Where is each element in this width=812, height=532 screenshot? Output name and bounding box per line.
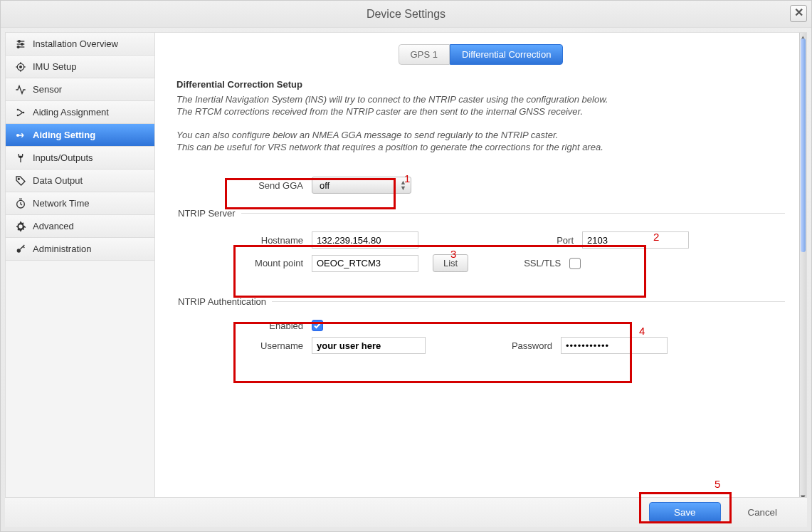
activity-icon	[13, 84, 28, 95]
username-label: Username	[233, 340, 312, 351]
footer: 5 Save Cancel	[5, 497, 807, 527]
sidebar-item-label: IMU Setup	[33, 61, 76, 72]
target-icon	[13, 61, 28, 73]
send-gga-select[interactable]: off ▲▼	[312, 177, 411, 194]
svg-point-14	[23, 111, 25, 113]
ntrip-auth-fieldset: NTRIP Authentication Enabled Username Pa…	[176, 296, 785, 364]
enabled-checkbox[interactable]	[312, 320, 323, 331]
sidebar-item-label: Data Output	[33, 175, 83, 186]
ssl-checkbox[interactable]	[569, 258, 581, 269]
sidebar-item-label: Advanced	[33, 221, 74, 231]
port-input[interactable]	[582, 231, 689, 249]
waypoint-icon	[13, 130, 28, 141]
svg-point-4	[21, 43, 23, 45]
close-button[interactable]: ✕	[790, 5, 807, 22]
tab-gps1[interactable]: GPS 1	[399, 44, 450, 65]
sidebar-item-label: Aiding Assignment	[33, 107, 109, 118]
window-title: Device Settings	[367, 8, 445, 20]
sidebar-item-inputs-outputs[interactable]: Inputs/Outputs	[6, 147, 154, 169]
svg-point-7	[20, 66, 22, 68]
scrollbar-thumb[interactable]	[801, 38, 806, 252]
key-icon	[13, 244, 28, 255]
sidebar-item-network-time[interactable]: Network Time	[6, 192, 154, 215]
sidebar-item-label: Administration	[33, 244, 91, 254]
port-label: Port	[525, 235, 582, 246]
body-area: Installation Overview IMU Setup Sensor A…	[5, 32, 807, 501]
enabled-label: Enabled	[233, 320, 312, 331]
svg-point-13	[17, 114, 19, 116]
ntrip-auth-legend: NTRIP Authentication	[176, 296, 272, 307]
save-button[interactable]: Save	[649, 502, 720, 523]
sidebar-item-data-output[interactable]: Data Output	[6, 169, 154, 192]
scrollbar[interactable]: ▴ ▾	[799, 33, 806, 501]
username-input[interactable]	[312, 337, 426, 354]
sidebar-item-advanced[interactable]: Advanced	[6, 215, 154, 238]
sliders-icon	[13, 38, 28, 50]
cancel-button[interactable]: Cancel	[735, 503, 791, 522]
list-button[interactable]: List	[433, 254, 468, 272]
spinner-icon: ▲▼	[400, 179, 406, 191]
mountpoint-label: Mount point	[233, 258, 312, 268]
hostname-input[interactable]	[312, 231, 418, 249]
sidebar-item-installation-overview[interactable]: Installation Overview	[6, 33, 154, 56]
svg-point-12	[17, 108, 19, 110]
sidebar-item-imu-setup[interactable]: IMU Setup	[6, 56, 154, 78]
hostname-label: Hostname	[233, 235, 312, 246]
content-panel: GPS 1 Differential Correction Differenti…	[155, 33, 806, 501]
svg-point-3	[19, 40, 21, 42]
send-gga-value: off	[320, 180, 329, 191]
password-label: Password	[497, 340, 561, 351]
sidebar-item-label: Sensor	[33, 84, 62, 95]
section-title: Differential Correction Setup	[176, 79, 785, 90]
mountpoint-input[interactable]	[312, 255, 418, 272]
plug-icon	[13, 152, 28, 164]
send-gga-label: Send GGA	[233, 180, 312, 191]
ntrip-server-fieldset: NTRIP Server Hostname Port Mount point L…	[176, 208, 785, 282]
sidebar-item-administration[interactable]: Administration	[6, 238, 154, 261]
gear-icon	[13, 221, 28, 232]
tabs: GPS 1 Differential Correction	[176, 44, 785, 65]
desc-line: This can be useful for VRS network that …	[176, 142, 785, 152]
sidebar-item-aiding-setting[interactable]: Aiding Setting	[6, 124, 154, 147]
desc-line: The RTCM corrections received from the N…	[176, 106, 785, 117]
sidebar-item-sensor[interactable]: Sensor	[6, 78, 154, 101]
sidebar: Installation Overview IMU Setup Sensor A…	[6, 33, 155, 501]
nodes-icon	[13, 107, 28, 118]
sidebar-item-label: Aiding Setting	[33, 130, 95, 140]
ssl-label: SSL/TLS	[512, 258, 569, 268]
desc-line: You can also configure below an NMEA GGA…	[176, 130, 785, 140]
svg-point-18	[17, 249, 21, 252]
sidebar-item-aiding-assignment[interactable]: Aiding Assignment	[6, 101, 154, 124]
tab-differential-correction[interactable]: Differential Correction	[450, 44, 563, 65]
sidebar-item-label: Network Time	[33, 198, 89, 209]
ntrip-server-legend: NTRIP Server	[176, 208, 241, 219]
password-input[interactable]	[561, 337, 668, 354]
check-icon	[313, 321, 322, 330]
svg-point-5	[17, 46, 19, 48]
desc-line: The Inertial Navigation System (INS) wil…	[176, 94, 785, 105]
svg-point-16	[18, 178, 19, 179]
tag-icon	[13, 175, 28, 187]
svg-point-15	[16, 134, 19, 137]
sidebar-item-label: Installation Overview	[33, 38, 118, 49]
clock-icon	[13, 198, 28, 209]
dialog-window: Device Settings ✕ Installation Overview …	[0, 0, 812, 532]
titlebar: Device Settings ✕	[1, 1, 811, 28]
sidebar-item-label: Inputs/Outputs	[33, 152, 93, 163]
